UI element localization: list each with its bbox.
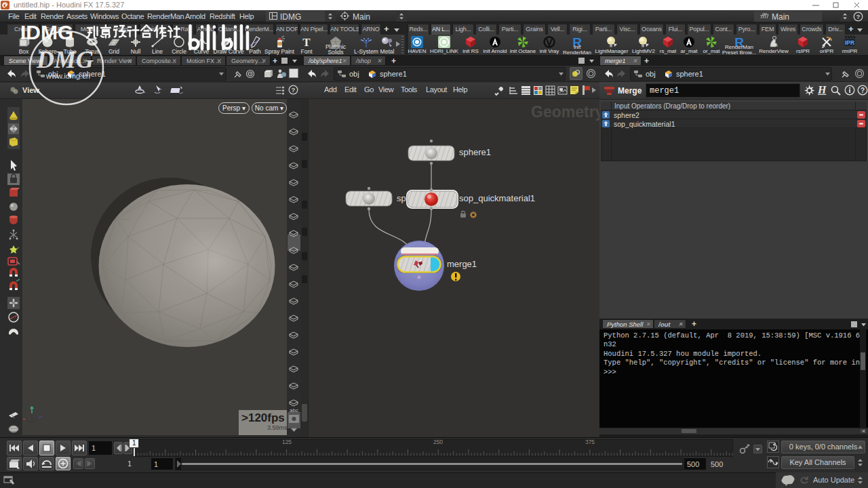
svg-text:DMG: DMG (36, 46, 94, 73)
svg-text:www.idmg.cn: www.idmg.cn (45, 72, 90, 80)
